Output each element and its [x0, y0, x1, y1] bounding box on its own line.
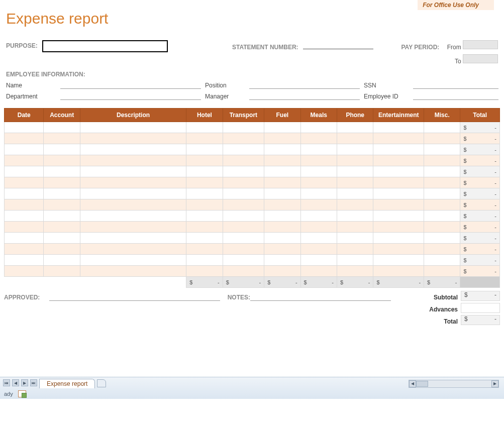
table-cell[interactable] — [373, 177, 424, 188]
table-cell[interactable] — [264, 188, 300, 199]
table-cell[interactable] — [5, 233, 44, 244]
table-cell[interactable] — [300, 222, 337, 233]
table-cell[interactable] — [44, 233, 80, 244]
table-cell[interactable] — [337, 199, 373, 211]
table-cell[interactable] — [186, 177, 223, 188]
table-cell[interactable] — [424, 166, 460, 177]
scroll-left-icon[interactable]: ◀ — [409, 380, 416, 387]
advances-value[interactable] — [461, 303, 500, 313]
table-cell[interactable] — [223, 222, 264, 233]
sheet-tab-expense-report[interactable]: Expense report — [39, 379, 95, 388]
table-cell[interactable] — [300, 244, 337, 255]
table-cell[interactable] — [5, 244, 44, 255]
manager-input[interactable] — [249, 91, 360, 100]
table-cell[interactable] — [337, 211, 373, 222]
table-cell[interactable] — [186, 188, 223, 199]
sheet-nav-last[interactable]: ⏭ — [30, 379, 37, 386]
purpose-input[interactable] — [42, 40, 168, 52]
table-cell[interactable] — [186, 255, 223, 266]
scroll-right-icon[interactable]: ▶ — [491, 380, 498, 387]
table-cell[interactable] — [373, 211, 424, 222]
table-cell[interactable] — [223, 244, 264, 255]
table-cell[interactable] — [300, 199, 337, 211]
table-cell[interactable] — [264, 166, 300, 177]
table-cell[interactable] — [80, 233, 186, 244]
table-cell[interactable] — [300, 166, 337, 177]
table-cell[interactable] — [373, 155, 424, 166]
table-cell[interactable] — [80, 133, 186, 144]
table-cell[interactable] — [424, 211, 460, 222]
table-cell[interactable] — [223, 122, 264, 133]
table-cell[interactable] — [424, 233, 460, 244]
table-cell[interactable] — [44, 222, 80, 233]
table-cell[interactable] — [337, 166, 373, 177]
table-cell[interactable] — [186, 155, 223, 166]
table-cell[interactable] — [264, 177, 300, 188]
table-cell[interactable] — [373, 199, 424, 211]
table-cell[interactable] — [300, 211, 337, 222]
table-cell[interactable] — [186, 266, 223, 277]
table-cell[interactable] — [44, 244, 80, 255]
sheet-nav-prev[interactable]: ◀ — [12, 379, 19, 386]
table-cell[interactable] — [186, 133, 223, 144]
table-cell[interactable] — [44, 177, 80, 188]
table-cell[interactable] — [337, 244, 373, 255]
table-cell[interactable] — [264, 222, 300, 233]
table-cell[interactable] — [373, 133, 424, 144]
table-cell[interactable] — [424, 266, 460, 277]
table-cell[interactable] — [264, 122, 300, 133]
table-cell[interactable] — [373, 255, 424, 266]
table-cell[interactable] — [80, 166, 186, 177]
table-cell[interactable] — [186, 244, 223, 255]
table-cell[interactable] — [424, 155, 460, 166]
table-cell[interactable] — [424, 222, 460, 233]
table-cell[interactable] — [80, 255, 186, 266]
table-cell[interactable] — [5, 144, 44, 155]
table-cell[interactable] — [337, 177, 373, 188]
notes-input[interactable] — [250, 292, 391, 301]
table-cell[interactable] — [223, 199, 264, 211]
table-cell[interactable] — [5, 166, 44, 177]
table-cell[interactable] — [373, 188, 424, 199]
table-cell[interactable] — [223, 177, 264, 188]
table-cell[interactable] — [80, 222, 186, 233]
table-cell[interactable] — [5, 266, 44, 277]
table-cell[interactable] — [223, 266, 264, 277]
table-cell[interactable] — [264, 133, 300, 144]
table-cell[interactable] — [44, 144, 80, 155]
table-cell[interactable] — [424, 188, 460, 199]
table-cell[interactable] — [424, 122, 460, 133]
table-cell[interactable] — [223, 255, 264, 266]
table-cell[interactable] — [264, 155, 300, 166]
table-cell[interactable] — [44, 122, 80, 133]
table-cell[interactable] — [223, 133, 264, 144]
table-cell[interactable] — [5, 211, 44, 222]
table-cell[interactable] — [44, 211, 80, 222]
table-cell[interactable] — [5, 199, 44, 211]
table-cell[interactable] — [80, 155, 186, 166]
table-cell[interactable] — [424, 244, 460, 255]
table-cell[interactable] — [5, 122, 44, 133]
table-cell[interactable] — [186, 211, 223, 222]
table-cell[interactable] — [223, 144, 264, 155]
table-cell[interactable] — [337, 155, 373, 166]
table-cell[interactable] — [80, 144, 186, 155]
table-cell[interactable] — [300, 144, 337, 155]
table-cell[interactable] — [80, 177, 186, 188]
pay-period-from-input[interactable] — [463, 40, 498, 49]
table-cell[interactable] — [186, 222, 223, 233]
table-cell[interactable] — [300, 122, 337, 133]
table-cell[interactable] — [44, 155, 80, 166]
ssn-input[interactable] — [413, 80, 498, 89]
table-cell[interactable] — [337, 222, 373, 233]
table-cell[interactable] — [223, 166, 264, 177]
table-cell[interactable] — [300, 266, 337, 277]
table-cell[interactable] — [5, 222, 44, 233]
table-cell[interactable] — [80, 211, 186, 222]
table-cell[interactable] — [44, 166, 80, 177]
sheet-nav-next[interactable]: ▶ — [21, 379, 28, 386]
table-cell[interactable] — [424, 133, 460, 144]
table-cell[interactable] — [337, 122, 373, 133]
table-cell[interactable] — [337, 255, 373, 266]
table-cell[interactable] — [186, 122, 223, 133]
